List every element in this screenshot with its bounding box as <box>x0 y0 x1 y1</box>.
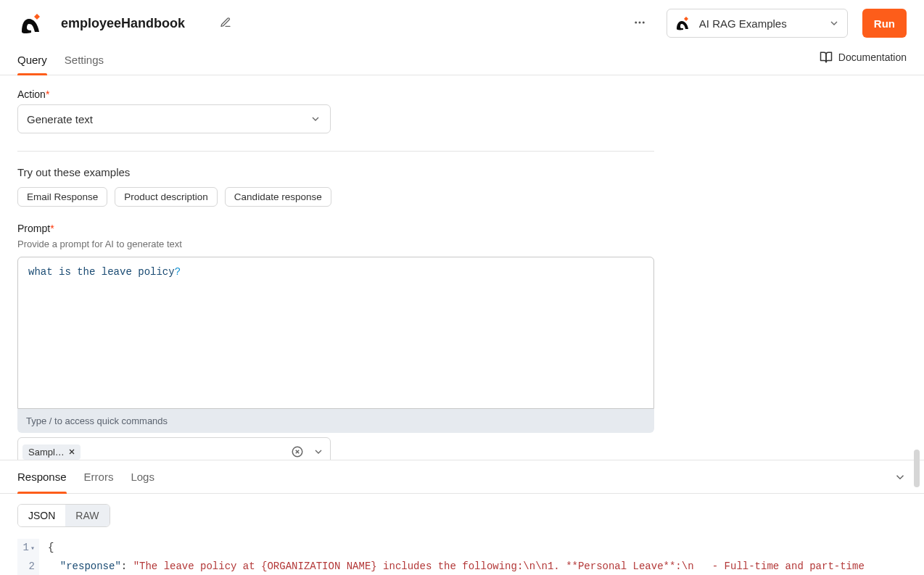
prompt-input[interactable]: what is the leave policy? <box>17 257 654 409</box>
source-chip[interactable]: Sampl… <box>22 444 81 460</box>
example-chip-product[interactable]: Product description <box>115 187 218 207</box>
svg-point-0 <box>635 21 637 23</box>
close-icon[interactable] <box>67 447 76 456</box>
prompt-helper: Provide a prompt for AI to generate text <box>17 239 907 249</box>
workspace-name: AI RAG Examples <box>699 17 820 30</box>
edit-icon[interactable] <box>220 17 231 30</box>
action-select[interactable]: Generate text <box>17 104 331 133</box>
response-format-toggle[interactable]: JSON RAW <box>17 504 110 527</box>
scrollbar-thumb[interactable] <box>914 450 920 487</box>
workspace-select[interactable]: AI RAG Examples <box>667 9 848 38</box>
chevron-down-icon <box>828 17 840 29</box>
action-value: Generate text <box>27 113 93 125</box>
run-button[interactable]: Run <box>862 9 907 38</box>
chevron-down-icon <box>313 446 324 458</box>
tab-query[interactable]: Query <box>17 46 47 75</box>
more-icon[interactable] <box>633 16 646 31</box>
examples-heading: Try out these examples <box>17 166 907 178</box>
documentation-label: Documentation <box>838 51 907 63</box>
book-icon <box>820 51 833 64</box>
prompt-label: Prompt* <box>17 223 907 234</box>
response-code[interactable]: 1▾ { 2 "response": "The leave policy at … <box>17 539 907 575</box>
page-title: employeeHandbook <box>61 16 185 31</box>
divider <box>17 151 654 152</box>
toggle-json[interactable]: JSON <box>18 505 65 526</box>
example-chip-candidate[interactable]: Candidate response <box>225 187 331 207</box>
chevron-down-icon <box>310 113 321 125</box>
source-chip-label: Sampl… <box>28 447 65 458</box>
svg-point-1 <box>638 21 640 23</box>
bottom-tab-errors[interactable]: Errors <box>84 460 114 493</box>
clear-all-icon[interactable] <box>291 445 304 458</box>
tab-settings[interactable]: Settings <box>65 46 104 75</box>
workspace-logo-icon <box>675 15 690 31</box>
svg-point-2 <box>643 21 645 23</box>
bottom-tab-response[interactable]: Response <box>17 460 67 493</box>
action-label: Action* <box>17 88 907 100</box>
example-chip-email[interactable]: Email Response <box>17 187 107 207</box>
collapse-icon[interactable] <box>894 471 907 484</box>
app-logo <box>17 10 44 36</box>
bottom-tab-logs[interactable]: Logs <box>131 460 154 493</box>
prompt-hint: Type / to access quick commands <box>17 409 654 433</box>
toggle-raw[interactable]: RAW <box>65 505 109 526</box>
documentation-link[interactable]: Documentation <box>820 51 907 71</box>
